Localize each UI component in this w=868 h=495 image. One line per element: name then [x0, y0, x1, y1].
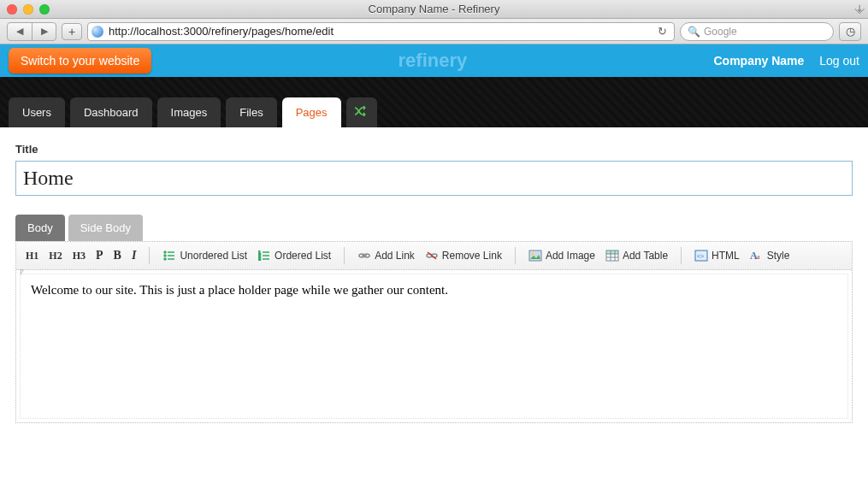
title-label: Title — [15, 143, 853, 156]
svg-rect-18 — [529, 250, 541, 261]
html-button[interactable]: <> HTML — [692, 247, 742, 264]
h3-button[interactable]: H3 — [70, 248, 88, 264]
add-bookmark-button[interactable]: + — [62, 23, 82, 40]
url-text: http://localhost:3000/refinery/pages/hom… — [109, 25, 649, 38]
browser-toolbar: ◀ ▶ + http://localhost:3000/refinery/pag… — [0, 19, 868, 44]
address-bar[interactable]: http://localhost:3000/refinery/pages/hom… — [87, 22, 675, 41]
page-title-input[interactable] — [15, 161, 853, 196]
svg-point-19 — [531, 253, 534, 256]
style-button[interactable]: Aa Style — [747, 247, 793, 264]
svg-text:3: 3 — [258, 256, 261, 261]
html-icon: <> — [694, 249, 708, 262]
reorder-icon — [355, 106, 369, 116]
nav-buttons: ◀ ▶ — [7, 22, 56, 41]
link-icon — [357, 249, 371, 262]
svg-point-2 — [164, 255, 166, 256]
globe-icon — [92, 26, 103, 38]
style-icon: Aa — [750, 249, 764, 262]
editor-body[interactable]: P Welcome to our site. This is just a pl… — [20, 274, 848, 419]
nav-strip: Users Dashboard Images Files Pages — [0, 77, 868, 127]
svg-point-4 — [164, 258, 166, 260]
search-placeholder: Google — [704, 26, 737, 38]
switch-to-website-button[interactable]: Switch to your website — [9, 48, 151, 74]
browser-menu-button[interactable]: ◷ — [839, 22, 861, 41]
forward-button[interactable]: ▶ — [32, 23, 56, 40]
brand-logo: refinery — [160, 50, 705, 72]
body-tab-row: Body Side Body — [15, 215, 853, 241]
separator — [515, 247, 516, 264]
add-table-button[interactable]: Add Table — [603, 247, 670, 264]
app-header: Switch to your website refinery Company … — [0, 44, 868, 77]
window-title: Company Name - Refinery — [0, 3, 868, 15]
paragraph-button[interactable]: P — [93, 247, 106, 264]
paragraph-marker-icon: P — [20, 268, 23, 276]
unordered-list-button[interactable]: Unordered List — [160, 247, 250, 264]
side-body-tab[interactable]: Side Body — [68, 215, 143, 241]
logout-link[interactable]: Log out — [819, 54, 859, 68]
remove-link-button[interactable]: Remove Link — [422, 247, 505, 264]
table-icon — [605, 249, 619, 262]
h2-button[interactable]: H2 — [46, 248, 64, 264]
separator — [344, 247, 345, 264]
separator — [149, 247, 150, 264]
svg-text:a: a — [757, 253, 760, 261]
editor: H1 H2 H3 P B I Unordered List 123 Ordere… — [15, 241, 853, 423]
svg-rect-25 — [606, 250, 618, 254]
window-titlebar: Company Name - Refinery ⇲ — [0, 0, 868, 19]
body-tab[interactable]: Body — [15, 215, 65, 241]
svg-point-0 — [164, 251, 166, 253]
nav-tab-row: Users Dashboard Images Files Pages — [9, 97, 859, 127]
company-name[interactable]: Company Name — [713, 54, 804, 68]
italic-button[interactable]: I — [129, 247, 139, 264]
back-button[interactable]: ◀ — [8, 23, 32, 40]
unordered-list-icon — [162, 249, 176, 262]
ordered-list-button[interactable]: 123 Ordered List — [255, 247, 334, 264]
tab-dashboard[interactable]: Dashboard — [70, 97, 152, 127]
h1-button[interactable]: H1 — [23, 248, 41, 264]
add-link-button[interactable]: Add Link — [355, 247, 417, 264]
search-bar[interactable]: 🔍 Google — [680, 22, 834, 41]
search-icon: 🔍 — [688, 26, 700, 38]
svg-line-17 — [428, 252, 436, 259]
tab-pages[interactable]: Pages — [282, 97, 341, 127]
editor-text: Welcome to our site. This is just a plac… — [31, 283, 448, 297]
editor-toolbar: H1 H2 H3 P B I Unordered List 123 Ordere… — [16, 242, 852, 270]
svg-text:<>: <> — [697, 253, 704, 259]
reload-icon[interactable]: ↻ — [654, 25, 670, 38]
tab-images[interactable]: Images — [157, 97, 221, 127]
tab-files[interactable]: Files — [226, 97, 276, 127]
tab-reorder[interactable] — [346, 97, 377, 127]
content-area: Title Body Side Body H1 H2 H3 P B I Unor… — [0, 127, 868, 439]
unlink-icon — [425, 249, 439, 262]
bold-button[interactable]: B — [111, 247, 124, 264]
separator — [681, 247, 682, 264]
image-icon — [528, 249, 542, 262]
tab-users[interactable]: Users — [9, 97, 65, 127]
gear-icon: ◷ — [846, 25, 855, 38]
ordered-list-icon: 123 — [257, 249, 271, 262]
add-image-button[interactable]: Add Image — [526, 247, 598, 264]
